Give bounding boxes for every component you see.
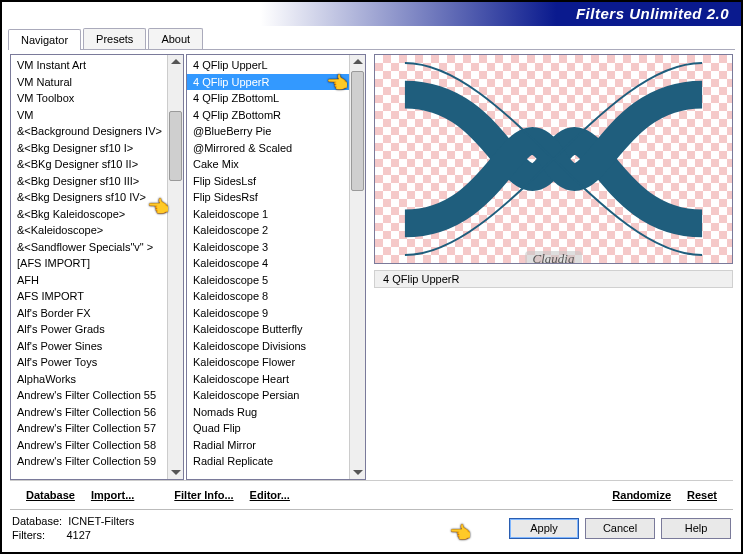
help-button[interactable]: Help — [661, 518, 731, 539]
scrollbar[interactable] — [349, 55, 365, 479]
preview-image — [375, 55, 732, 263]
watermark: Claudia — [525, 251, 583, 264]
list-item[interactable]: Kaleidoscope Butterfly — [187, 321, 365, 338]
list-item[interactable]: Kaleidoscope 3 — [187, 239, 365, 256]
list-item[interactable]: VM Instant Art — [11, 57, 183, 74]
list-item[interactable]: Flip SidesLsf — [187, 173, 365, 190]
list-item[interactable]: VM — [11, 107, 183, 124]
list-item[interactable]: VM Natural — [11, 74, 183, 91]
list-item[interactable]: AFH — [11, 272, 183, 289]
list-item[interactable]: Kaleidoscope 5 — [187, 272, 365, 289]
tab-navigator[interactable]: Navigator — [8, 29, 81, 50]
title-banner: Filters Unlimited 2.0 — [2, 2, 741, 26]
list-item[interactable]: 4 QFlip UpperR — [187, 74, 365, 91]
list-item[interactable]: AFS IMPORT — [11, 288, 183, 305]
import-button[interactable]: Import... — [85, 487, 140, 503]
list-item[interactable]: @BlueBerry Pie — [187, 123, 365, 140]
scrollbar[interactable] — [167, 55, 183, 479]
filter-info-button[interactable]: Filter Info... — [168, 487, 239, 503]
editor-button[interactable]: Editor... — [244, 487, 296, 503]
list-item[interactable]: &<BKg Designer sf10 II> — [11, 156, 183, 173]
list-item[interactable]: Kaleidoscope Flower — [187, 354, 365, 371]
list-item[interactable]: Kaleidoscope 8 — [187, 288, 365, 305]
list-item[interactable]: Andrew's Filter Collection 57 — [11, 420, 183, 437]
preview-panel: Claudia — [374, 54, 733, 264]
list-item[interactable]: Alf's Power Sines — [11, 338, 183, 355]
list-item[interactable]: &<Sandflower Specials"v" > — [11, 239, 183, 256]
list-item[interactable]: Nomads Rug — [187, 404, 365, 421]
filter-list[interactable]: 4 QFlip UpperL4 QFlip UpperR4 QFlip ZBot… — [186, 54, 366, 480]
list-item[interactable]: &<Bkg Kaleidoscope> — [11, 206, 183, 223]
list-item[interactable]: Kaleidoscope 9 — [187, 305, 365, 322]
list-item[interactable]: [AFS IMPORT] — [11, 255, 183, 272]
status-info: Database: ICNET-Filters Filters: 4127 — [12, 514, 134, 542]
cancel-button[interactable]: Cancel — [585, 518, 655, 539]
list-item[interactable]: Kaleidoscope 4 — [187, 255, 365, 272]
list-item[interactable]: &<Background Designers IV> — [11, 123, 183, 140]
list-item[interactable]: VM Toolbox — [11, 90, 183, 107]
list-item[interactable]: Kaleidoscope Heart — [187, 371, 365, 388]
list-item[interactable]: &<Bkg Designer sf10 I> — [11, 140, 183, 157]
list-item[interactable]: Kaleidoscope Divisions — [187, 338, 365, 355]
list-item[interactable]: Flip SidesRsf — [187, 189, 365, 206]
list-item[interactable]: Radial Mirror — [187, 437, 365, 454]
list-item[interactable]: &<Kaleidoscope> — [11, 222, 183, 239]
list-item[interactable]: AlphaWorks — [11, 371, 183, 388]
database-button[interactable]: Database — [20, 487, 81, 503]
list-item[interactable]: Andrew's Filter Collection 58 — [11, 437, 183, 454]
list-item[interactable]: Kaleidoscope 2 — [187, 222, 365, 239]
list-item[interactable]: Alf's Power Grads — [11, 321, 183, 338]
tab-about[interactable]: About — [148, 28, 203, 49]
tab-strip: Navigator Presets About — [8, 28, 735, 50]
scroll-thumb[interactable] — [169, 111, 182, 181]
app-title: Filters Unlimited 2.0 — [576, 5, 729, 22]
apply-button[interactable]: Apply — [509, 518, 579, 539]
list-item[interactable]: Andrew's Filter Collection 55 — [11, 387, 183, 404]
tab-presets[interactable]: Presets — [83, 28, 146, 49]
list-item[interactable]: Andrew's Filter Collection 56 — [11, 404, 183, 421]
list-item[interactable]: Quad Flip — [187, 420, 365, 437]
list-item[interactable]: Alf's Border FX — [11, 305, 183, 322]
list-item[interactable]: @Mirrored & Scaled — [187, 140, 365, 157]
list-item[interactable]: Andrew's Filter Collection 59 — [11, 453, 183, 470]
list-item[interactable]: Radial Replicate — [187, 453, 365, 470]
scroll-thumb[interactable] — [351, 71, 364, 191]
list-item[interactable]: Kaleidoscope Persian — [187, 387, 365, 404]
list-item[interactable]: &<Bkg Designers sf10 IV> — [11, 189, 183, 206]
reset-button[interactable]: Reset — [681, 487, 723, 503]
category-list[interactable]: VM Instant ArtVM NaturalVM ToolboxVM&<Ba… — [10, 54, 184, 480]
list-item[interactable]: 4 QFlip ZBottomL — [187, 90, 365, 107]
list-item[interactable]: Alf's Power Toys — [11, 354, 183, 371]
list-item[interactable]: Cake Mix — [187, 156, 365, 173]
list-item[interactable]: 4 QFlip ZBottomR — [187, 107, 365, 124]
list-item[interactable]: 4 QFlip UpperL — [187, 57, 365, 74]
randomize-button[interactable]: Randomize — [606, 487, 677, 503]
list-item[interactable]: Kaleidoscope 1 — [187, 206, 365, 223]
selected-filter-label: 4 QFlip UpperR — [374, 270, 733, 288]
list-item[interactable]: &<Bkg Designer sf10 III> — [11, 173, 183, 190]
